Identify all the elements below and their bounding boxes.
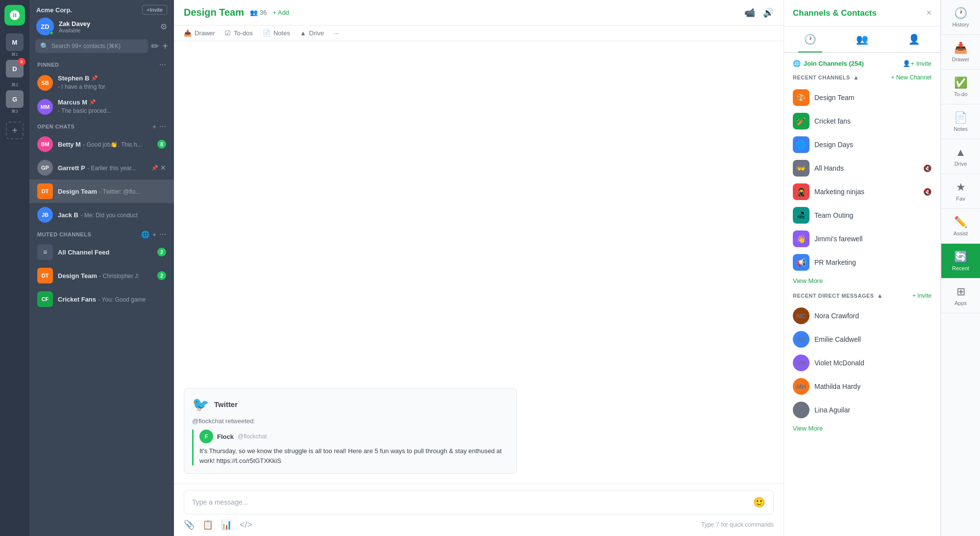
open-chat-design-team[interactable]: DT Design Team - Twitter: @flo...	[29, 179, 174, 203]
apps-nav-item[interactable]: ⊞ Apps	[941, 279, 980, 313]
fav-nav-item[interactable]: ★ Fav	[941, 174, 980, 209]
tab-groups[interactable]: 👥	[850, 30, 874, 48]
drive-nav-item[interactable]: ▲ Drive	[941, 139, 980, 174]
file-icon[interactable]: 📋	[202, 519, 213, 530]
source-name: Twitter	[214, 400, 238, 408]
muted-all-channel[interactable]: ≡ All Channel Feed 2	[29, 240, 174, 264]
drawer-nav-item[interactable]: 📥 Drawer	[941, 35, 980, 70]
notes-button[interactable]: 📄 Notes	[263, 29, 290, 37]
code-icon[interactable]: </>	[240, 520, 252, 530]
garrett-close[interactable]: ✕	[160, 164, 166, 172]
collapse-channels-icon[interactable]: ▲	[853, 74, 859, 81]
new-chat-icon[interactable]: ✏	[151, 40, 159, 52]
drawer-button[interactable]: 📥 Drawer	[184, 29, 215, 37]
all-channel-icon: ≡	[37, 244, 53, 260]
drive-nav-icon: ▲	[956, 146, 966, 159]
search-bar[interactable]: 🔍 Search 99+ contacts (⌘K)	[35, 39, 148, 53]
cricket-avatar: CF	[37, 291, 53, 307]
emoji-picker-icon[interactable]: 🙂	[753, 496, 765, 508]
invite-dm-button[interactable]: + Invite	[912, 292, 931, 299]
assist-nav-icon: ✏️	[954, 216, 967, 229]
sidebar-company-row: Acme Corp. +Invite ZD Zak Davey Availabl…	[29, 0, 174, 35]
pinned-item-stephen[interactable]: SB Stephen B 📌 - I have a thing for	[29, 71, 174, 95]
add-members-button[interactable]: + Add	[272, 9, 289, 16]
audio-icon[interactable]: 🔊	[763, 7, 774, 18]
open-chat-garrett[interactable]: GP Garrett P - Earlier this year... 📌 ✕	[29, 156, 174, 179]
add-contact-icon[interactable]: +	[162, 41, 168, 52]
marcus-pin: 📌	[89, 99, 96, 105]
channel-marketing-ninjas[interactable]: 🥷 Marketing ninjas 🔇	[793, 180, 931, 204]
chat-header-left: Design Team 👥 36 + Add	[184, 7, 289, 18]
dm-lina[interactable]: LA Lina Aguilar	[793, 398, 931, 422]
more-button[interactable]: ···	[334, 29, 339, 37]
add-chat-icon[interactable]: +	[152, 123, 156, 130]
dm-nora[interactable]: NC Nora Crawford	[793, 304, 931, 328]
assist-nav-item[interactable]: ✏️ Assist	[941, 209, 980, 244]
add-workspace-button[interactable]: +	[6, 122, 24, 139]
muted-dt-name: Design Team	[58, 272, 97, 280]
invite-button-panel[interactable]: 👤+ Invite	[903, 60, 931, 67]
new-channel-button[interactable]: + New Channel	[891, 74, 931, 81]
open-chats-more-icon[interactable]: ⋯	[159, 123, 166, 130]
pinned-item-marcus[interactable]: MM Marcus M 📌 - The basic proced...	[29, 95, 174, 119]
join-channels-button[interactable]: 🌐 Join Channels (254)	[793, 60, 864, 67]
muted-design-team[interactable]: DT Design Team - Christopher J: 2	[29, 264, 174, 287]
muted-cricket-fans[interactable]: CF Cricket Fans - You: Good game	[29, 287, 174, 311]
message-input-box[interactable]: Type a message... 🙂	[184, 490, 774, 514]
channel-pr-marketing[interactable]: 📢 PR Marketing	[793, 251, 931, 274]
garrett-preview: - Earlier this year...	[87, 165, 136, 172]
pinned-more-icon[interactable]: ⋯	[159, 61, 166, 69]
notes-nav-item[interactable]: 📄 Notes	[941, 104, 980, 139]
violet-name: Violet McDonald	[814, 359, 864, 367]
dm-mathilda[interactable]: MH Mathilda Hardy	[793, 375, 931, 398]
chat-toolbar: 📥 Drawer ☑ To-dos 📄 Notes ▲ Drive ···	[174, 26, 784, 41]
dm-emilie[interactable]: EC Emilie Caldwell	[793, 328, 931, 351]
chart-icon[interactable]: 📊	[221, 519, 232, 530]
dm-violet[interactable]: VM Violet McDonald	[793, 351, 931, 375]
muted-more-icon[interactable]: ⋯	[159, 230, 166, 238]
tab-contacts[interactable]: 👤	[902, 30, 926, 48]
channel-design-days[interactable]: 🌐 Design Days	[793, 133, 931, 156]
todos-button[interactable]: ☑ To-dos	[225, 29, 253, 37]
drive-button[interactable]: ▲ Drive	[300, 29, 324, 37]
video-call-icon[interactable]: 📹	[744, 7, 755, 18]
channel-team-outing[interactable]: 🏖 Team Outing	[793, 204, 931, 227]
open-chat-betty[interactable]: BM Betty M - Good job👏. This h... 8	[29, 132, 174, 156]
panel-close-button[interactable]: ×	[926, 8, 931, 18]
workspace-g[interactable]: G	[6, 90, 24, 108]
todo-nav-item[interactable]: ✅ To-do	[941, 70, 980, 104]
panel-header: Channels & Contacts ×	[784, 0, 940, 26]
attach-icon[interactable]: 📎	[184, 519, 195, 530]
join-channels-label: Join Channels (254)	[804, 60, 864, 67]
panel-body: 🌐 Join Channels (254) 👤+ Invite RECENT C…	[784, 53, 940, 536]
nora-name: Nora Crawford	[814, 312, 859, 320]
view-more-dms[interactable]: View More	[793, 425, 931, 432]
channel-design-team[interactable]: 🎨 Design Team	[793, 86, 931, 109]
garrett-pin: 📌	[151, 165, 158, 171]
todo-nav-icon: ✅	[954, 77, 967, 89]
pinned-section-header: PINNED ⋯	[29, 57, 174, 71]
recent-nav-item[interactable]: 🔄 Recent	[941, 244, 980, 279]
history-nav-item[interactable]: 🕐 History	[941, 0, 980, 35]
muted-add-icon[interactable]: +	[152, 230, 156, 238]
quick-commands-hint: Type '/' for quick commands	[701, 521, 774, 528]
channel-all-hands[interactable]: 👐 All Hands 🔇	[793, 156, 931, 180]
chat-messages: 🐦 Twitter @flockchat retweeted: F Flock …	[174, 41, 784, 484]
channel-cricket-fans[interactable]: 🏏 Cricket fans	[793, 109, 931, 133]
mathilda-avatar: MH	[793, 378, 809, 395]
app-logo[interactable]	[4, 5, 25, 26]
betty-name: Betty M	[58, 141, 81, 148]
settings-icon[interactable]: ⚙	[160, 22, 167, 31]
workspace-m[interactable]: M	[6, 33, 24, 51]
user-name: Zak Davey	[59, 20, 90, 27]
invite-button[interactable]: +Invite	[142, 5, 167, 15]
stephen-info: Stephen B 📌 - I have a thing for	[58, 75, 166, 91]
invite-label: Invite	[916, 60, 931, 67]
muted-globe-icon[interactable]: 🌐	[141, 230, 149, 238]
tab-recent[interactable]: 🕐	[798, 30, 822, 48]
all-channel-info: All Channel Feed	[58, 248, 152, 256]
channel-jimmis-farewell[interactable]: 👋 Jimmi's farewell	[793, 227, 931, 251]
view-more-channels[interactable]: View More	[793, 277, 931, 284]
open-chat-jack[interactable]: JB Jack B - Me: Did you conduct	[29, 203, 174, 227]
collapse-dms-icon[interactable]: ▲	[877, 292, 883, 299]
